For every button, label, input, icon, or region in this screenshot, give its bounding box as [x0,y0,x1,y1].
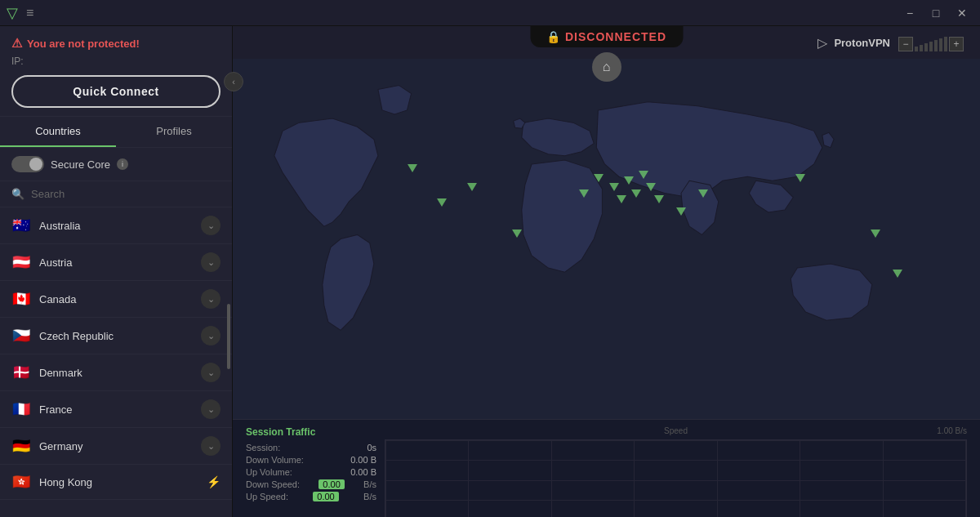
info-icon[interactable]: i [117,158,128,170]
sidebar-tabs: Countries Profiles [0,117,232,148]
protection-status: ⚠ You are not protected! [11,36,220,51]
up-volume-value: 0.00 B [350,467,376,477]
lightning-icon-hong-kong[interactable]: ⚡ [207,475,220,488]
sidebar-collapse-button[interactable]: ‹ [224,72,243,91]
session-traffic: Session Traffic Session: 0s Down Volume:… [246,426,376,510]
toggle-knob [29,158,42,171]
app-body: ‹ ⚠ You are not protected! IP: Quick Con… [0,26,980,517]
map-marker-2[interactable] [467,183,477,191]
speed-increase-button[interactable]: + [949,37,964,51]
flag-czech-republic: 🇨🇿 [11,327,31,345]
maximize-button[interactable]: □ [924,5,947,21]
country-name-czech-republic: Czech Republic [39,330,193,342]
speed-control: − + [898,37,964,51]
speed-bar-7 [944,37,947,51]
grid-col [551,440,552,517]
up-speed-row: Up Speed: 0.00 B/s [246,492,376,501]
country-name-hong-kong: Hong Kong [39,476,198,488]
map-marker-11[interactable] [646,183,656,191]
map-marker-7[interactable] [617,195,626,203]
expand-button-germany[interactable]: ⌄ [201,436,220,456]
country-item-australia[interactable]: 🇦🇺Australia⌄ [0,207,232,244]
status-warning-text: You are not protected! [27,38,140,50]
up-speed-unit: B/s [363,492,376,501]
menu-icon[interactable]: ≡ [26,6,33,20]
country-name-france: France [39,403,193,416]
home-button[interactable]: ⌂ [592,52,621,82]
map-marker-12[interactable] [654,195,664,203]
tab-countries[interactable]: Countries [0,117,116,147]
map-marker-13[interactable] [676,207,686,216]
minimize-button[interactable]: − [898,5,921,21]
map-marker-0[interactable] [408,164,417,172]
session-value: 0s [367,443,376,452]
brand-icon: ▷ [817,35,827,51]
country-name-germany: Germany [39,440,193,452]
expand-button-canada[interactable]: ⌄ [201,289,220,309]
grid-col [634,440,635,517]
warning-icon: ⚠ [11,36,22,51]
flag-denmark: 🇩🇰 [11,363,31,381]
country-item-hong-kong[interactable]: 🇭🇰Hong Kong⚡ [0,465,232,500]
country-item-germany[interactable]: 🇩🇪Germany⌄ [0,428,232,465]
down-volume-value: 0.00 B [350,455,376,465]
map-marker-4[interactable] [579,189,589,198]
tab-profiles[interactable]: Profiles [116,117,232,147]
map-marker-17[interactable] [893,270,902,278]
search-input[interactable] [31,188,220,200]
country-name-austria: Austria [39,256,193,269]
map-container [233,59,980,419]
grid-col [717,440,718,517]
grid-cols [385,440,966,517]
country-item-austria[interactable]: 🇦🇹Austria⌄ [0,244,232,281]
scrollbar-indicator [227,304,230,369]
connection-status-badge: 🔒 DISCONNECTED [530,26,683,47]
map-marker-16[interactable] [871,230,880,238]
app-logo-icon: ▽ [7,4,18,22]
ip-label: IP: [11,56,220,67]
map-marker-3[interactable] [512,230,522,238]
expand-button-czech-republic[interactable]: ⌄ [201,326,220,345]
grid-col [385,440,386,517]
chart-right-label: 1.00 B/s [937,426,967,435]
flag-austria: 🇦🇹 [11,253,31,271]
sidebar: ‹ ⚠ You are not protected! IP: Quick Con… [0,26,233,517]
expand-button-denmark[interactable]: ⌄ [201,363,220,382]
secure-core-toggle[interactable]: OFF [11,156,44,172]
close-button[interactable]: ✕ [951,5,973,21]
map-marker-1[interactable] [437,198,447,207]
map-marker-14[interactable] [698,189,708,198]
country-item-denmark[interactable]: 🇩🇰Denmark⌄ [0,354,232,391]
down-volume-label: Down Volume: [246,455,304,465]
secure-core-row: OFF Secure Core i [0,148,232,181]
speed-bar-3 [924,43,928,51]
grid-col [883,440,884,517]
country-item-france[interactable]: 🇫🇷France⌄ [0,391,232,428]
down-speed-unit: B/s [363,479,376,489]
up-volume-label: Up Volume: [246,467,292,477]
search-icon: 🔍 [11,188,24,200]
speed-decrease-button[interactable]: − [898,37,913,51]
map-marker-5[interactable] [594,174,604,182]
map-marker-10[interactable] [639,171,648,179]
down-speed-row: Down Speed: 0.00 B/s [246,479,376,489]
map-marker-6[interactable] [609,183,619,191]
expand-button-australia[interactable]: ⌄ [201,216,220,235]
expand-button-france[interactable]: ⌄ [201,399,220,419]
country-item-czech-republic[interactable]: 🇨🇿Czech Republic⌄ [0,318,232,354]
speed-bar-6 [939,38,942,51]
speed-bar-5 [934,40,938,51]
quick-connect-button[interactable]: Quick Connect [11,75,220,108]
speed-bar-1 [915,47,918,51]
titlebar: ▽ ≡ − □ ✕ [0,0,980,26]
country-item-canada[interactable]: 🇨🇦Canada⌄ [0,281,232,318]
speed-bars [915,37,947,51]
chart-grid [385,439,967,517]
map-marker-8[interactable] [624,176,634,185]
map-marker-9[interactable] [631,189,641,198]
expand-button-austria[interactable]: ⌄ [201,252,220,272]
map-marker-15[interactable] [795,174,805,182]
up-speed-value: 0.00 [313,492,339,501]
down-speed-label: Down Speed: [246,479,300,489]
country-name-denmark: Denmark [39,367,193,379]
